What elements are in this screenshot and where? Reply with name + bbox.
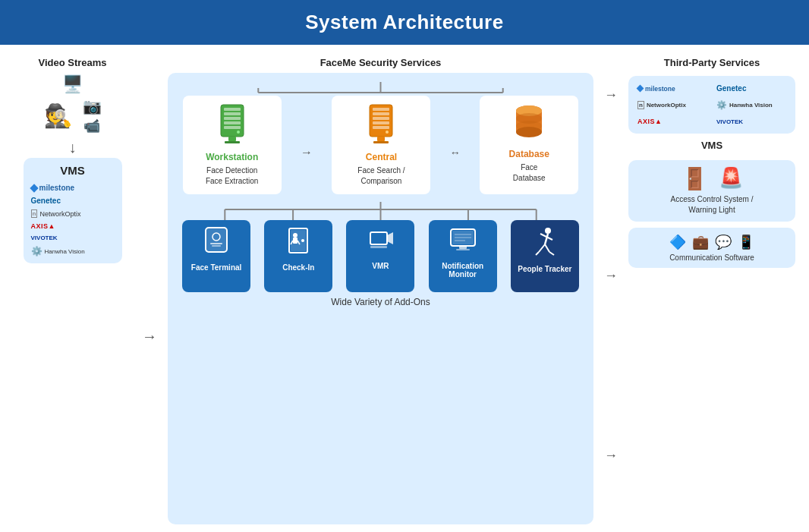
slack-icon: 🔷 xyxy=(669,234,686,250)
brand-networkoptix: n NetworkOptix xyxy=(31,209,115,219)
tp-hanwha-text: Hanwha Vision xyxy=(729,102,773,109)
database-card: Database Face Database xyxy=(480,96,578,194)
database-desc: Face Database xyxy=(513,162,546,184)
content-area: Video Streams 🖥️ 🕵️ 📷 📹 xyxy=(0,45,809,532)
networkoptix-icon: n xyxy=(31,209,38,218)
camera-svg xyxy=(366,226,395,253)
svg-rect-47 xyxy=(370,232,387,244)
svg-rect-20 xyxy=(377,137,385,141)
vmr-card: VMR xyxy=(346,220,414,292)
svg-rect-52 xyxy=(459,246,467,249)
central-card: Central Face Search / Comparison xyxy=(332,96,430,194)
main-container: System Architecture Video Streams 🖥️ 🕵️ xyxy=(0,0,809,532)
top-services-row: Workstation Face Detection Face Extracti… xyxy=(178,96,583,194)
checkin-icon xyxy=(286,226,310,260)
brand-axis: AXIS▲ xyxy=(31,222,115,231)
monitor-svg xyxy=(449,226,477,253)
axis-icon: AXIS▲ xyxy=(31,222,55,230)
workstation-server-icon xyxy=(217,103,247,144)
face-terminal-name: Face Terminal xyxy=(191,263,242,272)
database-name: Database xyxy=(509,149,549,159)
vmr-name: VMR xyxy=(372,262,389,270)
vms-box: VMS milestone Genetec n NetworkOptix xyxy=(24,158,122,263)
tp-networkoptix-n: n xyxy=(637,101,644,109)
top-bracket-svg xyxy=(228,82,534,94)
tp-milestone-text: milestone xyxy=(645,85,675,93)
comm-icons-row: 🔷 💼 💬 📱 xyxy=(669,234,754,250)
tp-networkoptix: n NetworkOptix xyxy=(636,98,709,112)
tp-vivotek-icon: VIVOTEK xyxy=(716,118,743,125)
right-column: Third-Party Services milestone Genetec xyxy=(628,57,795,524)
svg-rect-6 xyxy=(224,112,241,115)
genetec-icon: Genetec xyxy=(31,197,61,205)
central-icon-wrap xyxy=(366,103,396,147)
milestone-diamond-icon xyxy=(30,184,38,192)
networkoptix-text: NetworkOptix xyxy=(39,210,80,218)
svg-point-10 xyxy=(237,131,240,134)
svg-rect-5 xyxy=(224,108,241,111)
tp-axis: AXIS▲ xyxy=(636,115,709,127)
workstation-icon-wrap xyxy=(217,103,247,147)
svg-point-42 xyxy=(301,239,304,242)
people-tracker-name: People Tracker xyxy=(518,265,571,273)
teams-icon: 💼 xyxy=(692,234,709,250)
middle-column: FaceMe Security Services xyxy=(168,57,593,524)
addons-row: Face Terminal xyxy=(178,220,583,292)
fanout-svg xyxy=(186,202,575,220)
access-control-section: 🚪 🚨 Access Control System / Warning Ligh… xyxy=(628,160,795,222)
svg-rect-35 xyxy=(206,228,227,252)
svg-rect-38 xyxy=(210,243,222,244)
svg-rect-8 xyxy=(224,121,241,124)
tp-hanwha-icon: ⚙️ xyxy=(716,100,727,110)
comm-other-icon: 📱 xyxy=(738,234,754,250)
warning-light-icon: 🚨 xyxy=(719,166,743,191)
camera-icon-1: 📷 xyxy=(83,97,102,115)
svg-point-19 xyxy=(386,131,389,134)
left-column: Video Streams 🖥️ 🕵️ 📷 📹 xyxy=(14,57,131,524)
checkin-name: Check-In xyxy=(282,263,314,272)
video-stream-icons: 🖥️ 🕵️ 📷 📹 xyxy=(44,74,102,134)
central-name: Central xyxy=(366,152,397,162)
workstation-card: Workstation Face Detection Face Extracti… xyxy=(183,96,282,194)
central-to-db-arrow: ↔ xyxy=(450,111,461,194)
central-desc: Face Search / Comparison xyxy=(357,165,404,187)
runner-svg xyxy=(533,226,557,257)
svg-marker-48 xyxy=(387,232,393,244)
svg-point-27 xyxy=(516,121,542,131)
central-server-icon xyxy=(366,103,396,144)
checkin-card: Check-In xyxy=(264,220,332,292)
tp-grid: milestone Genetec n NetworkOptix ⚙️ Hanw… xyxy=(636,82,788,127)
access-label: Access Control System / Warning Light xyxy=(671,194,754,216)
vms-label: VMS xyxy=(60,164,85,177)
face-terminal-svg xyxy=(203,226,230,255)
door-svg xyxy=(286,226,310,255)
workstation-name: Workstation xyxy=(206,152,258,162)
svg-rect-17 xyxy=(373,121,389,124)
brand-milestone: milestone xyxy=(31,183,115,193)
database-icon-wrap xyxy=(512,103,546,144)
svg-rect-7 xyxy=(224,117,241,120)
addons-label: Wide Variety of Add-Ons xyxy=(178,297,583,307)
video-streams-title: Video Streams xyxy=(38,57,106,68)
brand-genetec: Genetec xyxy=(31,196,115,206)
svg-rect-49 xyxy=(370,246,387,248)
door-icon: 🚪 xyxy=(682,166,708,191)
svg-rect-16 xyxy=(373,117,389,120)
tp-networkoptix-text: NetworkOptix xyxy=(647,102,686,109)
workstation-desc: Face Detection Face Extraction xyxy=(206,165,258,187)
vmr-icon xyxy=(366,226,395,259)
down-arrow: ↓ xyxy=(69,139,77,156)
page-title: System Architecture xyxy=(305,11,503,33)
ws-to-central-arrow: → xyxy=(301,111,313,194)
faceme-box: Workstation Face Detection Face Extracti… xyxy=(168,73,593,524)
monitor-icon: 🖥️ xyxy=(62,74,83,94)
tp-axis-icon: AXIS▲ xyxy=(637,118,662,125)
middle-to-right-arrows: → → → xyxy=(604,57,618,524)
page-header: System Architecture xyxy=(0,0,809,45)
svg-rect-15 xyxy=(373,112,389,115)
svg-line-59 xyxy=(540,234,546,237)
svg-rect-53 xyxy=(456,249,470,250)
svg-line-63 xyxy=(536,252,539,255)
tp-genetec: Genetec xyxy=(715,82,788,95)
tp-milestone: milestone xyxy=(636,82,709,95)
